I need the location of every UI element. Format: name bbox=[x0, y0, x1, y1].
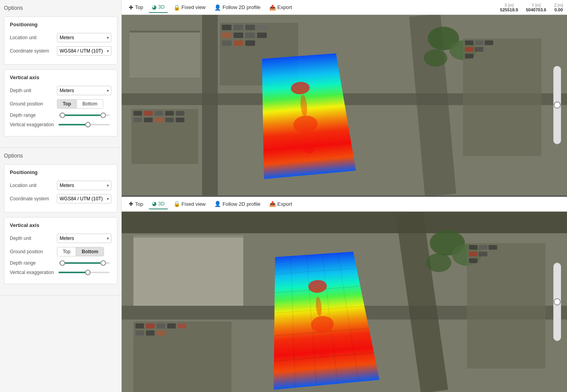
svg-rect-32 bbox=[463, 38, 541, 156]
svg-rect-47 bbox=[133, 235, 243, 238]
svg-rect-12 bbox=[245, 33, 255, 38]
positioning-heading-2: Positioning bbox=[10, 169, 111, 175]
vert-scrollbar-thumb-1[interactable] bbox=[554, 102, 561, 109]
svg-point-31 bbox=[424, 49, 447, 67]
ground-position-label-2: Ground position bbox=[10, 249, 57, 254]
vertical-axis-box-1: Vertical axis Depth unit Meters Feet Yar… bbox=[4, 69, 117, 136]
location-unit-select-1[interactable]: Meters Feet Yards bbox=[57, 33, 111, 42]
vertical-exaggeration-thumb-1[interactable] bbox=[85, 122, 91, 127]
location-unit-select-2[interactable]: Meters Feet Yards bbox=[57, 181, 111, 190]
location-unit-label-1: Location unit bbox=[10, 35, 57, 40]
svg-rect-17 bbox=[131, 109, 198, 164]
svg-rect-67 bbox=[479, 252, 487, 256]
svg-rect-22 bbox=[176, 111, 184, 116]
svg-rect-15 bbox=[233, 40, 243, 46]
lock-icon-1: 🔒 bbox=[173, 4, 180, 11]
svg-rect-36 bbox=[465, 47, 474, 52]
svg-rect-24 bbox=[144, 118, 153, 122]
ground-bottom-btn-2[interactable]: Bottom bbox=[76, 247, 104, 256]
svg-rect-9 bbox=[257, 25, 267, 30]
follow-profile-btn-2[interactable]: 👤 Follow 2D profile bbox=[211, 199, 264, 209]
top-view-btn-1[interactable]: ✚ Top bbox=[126, 2, 146, 13]
ground-top-btn-1[interactable]: Top bbox=[57, 100, 77, 108]
svg-rect-27 bbox=[176, 118, 184, 122]
export-icon-2: 📤 bbox=[269, 201, 276, 207]
svg-rect-6 bbox=[222, 25, 232, 30]
depth-range-label-1: Depth range bbox=[10, 113, 57, 118]
coordinate-system-label-2: Coordinate system bbox=[10, 196, 57, 201]
depth-unit-select-wrapper-1: Meters Feet Yards bbox=[57, 86, 111, 95]
vertical-exaggeration-thumb-2[interactable] bbox=[85, 270, 91, 275]
coordinate-system-label-1: Coordinate system bbox=[10, 48, 57, 54]
options-section-1: Options Positioning Location unit Meters… bbox=[0, 0, 121, 148]
depth-unit-select-2[interactable]: Meters Feet Yards bbox=[57, 234, 111, 243]
svg-rect-50 bbox=[135, 323, 144, 328]
top-view-label-2: Top bbox=[135, 201, 143, 207]
svg-rect-51 bbox=[146, 323, 155, 328]
coord-y-1: Y [m] 5040703.6 bbox=[526, 3, 546, 12]
vert-scrollbar-thumb-2[interactable] bbox=[554, 298, 561, 305]
depth-range-thumb-left-1[interactable] bbox=[60, 113, 65, 118]
coord-z-value-1: 0.00 bbox=[554, 7, 563, 12]
svg-rect-35 bbox=[485, 40, 493, 45]
map-viewport-1[interactable] bbox=[122, 15, 567, 196]
depth-range-thumb-right-1[interactable] bbox=[100, 113, 106, 118]
toolbar-1: ✚ Top ◕ 3D 🔒 Fixed view 👤 Follow 2D prof… bbox=[122, 0, 567, 15]
ground-position-row-2: Ground position Top Bottom bbox=[10, 247, 111, 256]
depth-unit-select-1[interactable]: Meters Feet Yards bbox=[57, 86, 111, 95]
view-3d-btn-2[interactable]: ◕ 3D bbox=[149, 198, 168, 209]
positioning-heading-1: Positioning bbox=[10, 22, 111, 27]
vert-scrollbar-2[interactable] bbox=[553, 263, 561, 341]
person-icon-1: 👤 bbox=[214, 4, 221, 11]
ground-top-btn-2[interactable]: Top bbox=[57, 247, 76, 256]
ground-bottom-btn-1[interactable]: Bottom bbox=[77, 100, 103, 108]
export-btn-2[interactable]: 📤 Export bbox=[266, 199, 295, 209]
depth-range-thumb-right-2[interactable] bbox=[100, 260, 106, 266]
svg-rect-63 bbox=[469, 245, 478, 250]
depth-range-track-1 bbox=[58, 114, 110, 116]
viewport-2: ✚ Top ◕ 3D 🔒 Fixed view 👤 Follow 2D prof… bbox=[122, 197, 567, 392]
coordinate-system-select-2[interactable]: WGS84 / UTM (10T) WGS84 NAD83 bbox=[57, 194, 111, 203]
depth-range-thumb-left-2[interactable] bbox=[60, 260, 65, 266]
follow-profile-label-1: Follow 2D profile bbox=[222, 4, 261, 10]
fixed-view-btn-2[interactable]: 🔒 Fixed view bbox=[170, 199, 209, 209]
depth-range-row-1: Depth range bbox=[10, 113, 111, 118]
export-btn-1[interactable]: 📤 Export bbox=[266, 2, 295, 13]
svg-rect-66 bbox=[469, 252, 478, 256]
export-icon-1: 📤 bbox=[269, 4, 276, 11]
svg-rect-8 bbox=[245, 25, 255, 30]
depth-range-track-2 bbox=[58, 262, 110, 264]
cursor-icon-1: ✚ bbox=[129, 4, 133, 11]
top-view-btn-2[interactable]: ✚ Top bbox=[126, 199, 146, 209]
svg-rect-23 bbox=[133, 118, 142, 122]
svg-rect-18 bbox=[133, 111, 142, 116]
svg-rect-57 bbox=[157, 330, 165, 336]
vert-scrollbar-1[interactable] bbox=[553, 66, 561, 144]
svg-rect-14 bbox=[222, 40, 232, 46]
svg-rect-53 bbox=[167, 323, 176, 328]
coord-x-label-1: X [m] bbox=[505, 3, 514, 7]
svg-rect-16 bbox=[245, 40, 255, 46]
fixed-view-btn-1[interactable]: 🔒 Fixed view bbox=[170, 2, 209, 13]
coord-x-value-1: 525518.9 bbox=[500, 7, 518, 12]
svg-rect-13 bbox=[257, 33, 267, 38]
sphere-icon-2: ◕ bbox=[152, 200, 157, 207]
svg-rect-52 bbox=[157, 323, 165, 328]
svg-rect-46 bbox=[133, 235, 243, 306]
svg-rect-26 bbox=[165, 118, 174, 122]
follow-profile-btn-1[interactable]: 👤 Follow 2D profile bbox=[211, 2, 264, 13]
svg-rect-10 bbox=[222, 33, 232, 38]
svg-rect-25 bbox=[155, 118, 163, 122]
location-unit-select-wrapper-1: Meters Feet Yards bbox=[57, 33, 111, 42]
svg-rect-2 bbox=[129, 31, 200, 33]
vertical-exaggeration-track-1 bbox=[58, 124, 110, 125]
coordinate-system-select-wrapper-2: WGS84 / UTM (10T) WGS84 NAD83 bbox=[57, 194, 111, 203]
view-3d-btn-1[interactable]: ◕ 3D bbox=[149, 2, 168, 13]
coordinate-system-select-1[interactable]: WGS84 / UTM (10T) WGS84 NAD83 bbox=[57, 46, 111, 56]
fixed-view-label-2: Fixed view bbox=[182, 201, 206, 207]
sphere-icon-1: ◕ bbox=[152, 4, 157, 10]
coordinate-system-row-1: Coordinate system WGS84 / UTM (10T) WGS8… bbox=[10, 46, 111, 56]
map-viewport-2[interactable] bbox=[122, 212, 567, 392]
positioning-box-1: Positioning Location unit Meters Feet Ya… bbox=[4, 16, 117, 65]
person-icon-2: 👤 bbox=[214, 201, 221, 207]
